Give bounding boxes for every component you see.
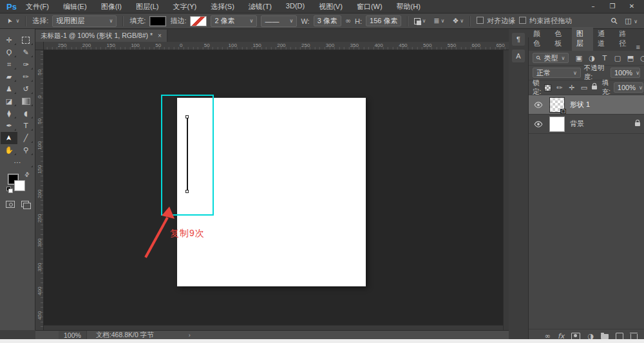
menu-item-4[interactable]: 文字(Y) [173, 2, 196, 12]
layer-thumbnail[interactable] [549, 116, 565, 132]
menu-item-10[interactable]: 帮助(H) [397, 2, 421, 12]
background-color-chip[interactable] [14, 180, 25, 191]
height-input[interactable]: 156 像素 [366, 15, 401, 26]
path-arrange-icon[interactable]: ❖∨ [452, 17, 464, 25]
marquee-tool[interactable] [17, 34, 34, 46]
horizontal-ruler[interactable]: 2502001501005005010015020025030035040045… [35, 42, 509, 50]
search-icon[interactable]: ⚲ [609, 15, 620, 26]
lock-transparency-icon[interactable] [544, 84, 551, 91]
anchor-point-bottom[interactable] [185, 190, 189, 193]
ruler-origin-corner[interactable] [35, 42, 44, 50]
menu-item-8[interactable]: 视图(V) [319, 2, 343, 12]
link-dimensions-icon[interactable]: ∞ [345, 17, 351, 25]
quick-selection-tool[interactable]: ✎ [17, 46, 34, 59]
lasso-tool[interactable]: Ϙ [1, 46, 17, 59]
brush-tool[interactable]: ✏ [17, 71, 34, 83]
menu-item-6[interactable]: 滤镜(T) [249, 2, 272, 12]
layer-thumbnail[interactable] [549, 97, 565, 113]
zoom-tool[interactable]: ⚲ [17, 144, 34, 156]
panel-menu-icon[interactable]: ≡ [636, 43, 640, 51]
constrain-path-checkbox[interactable]: 约束路径拖动 [519, 16, 572, 26]
line-tool[interactable]: ╱ [17, 132, 34, 144]
character-panel-button[interactable]: A [512, 50, 525, 62]
width-input[interactable]: 3 像素 [314, 15, 341, 26]
default-colors-icon[interactable] [6, 187, 12, 192]
dodge-tool[interactable]: ◖ [17, 107, 34, 120]
panel-tab-3[interactable]: 通道 [593, 27, 614, 51]
paragraph-panel-button[interactable]: ¶ [512, 33, 525, 46]
path-align-icon[interactable]: ≣∨ [433, 17, 444, 25]
panel-tab-0[interactable]: 颜色 [529, 27, 550, 51]
filter-toggle-icon[interactable]: ○ [639, 54, 644, 62]
zoom-level-field[interactable]: 100% [59, 331, 87, 339]
path-selection-tool[interactable]: ➤ [1, 132, 17, 144]
horizontal-scrollbar[interactable] [44, 325, 503, 330]
window-restore-button[interactable]: ❐ [604, 1, 621, 12]
vertical-line-shape[interactable] [187, 118, 188, 190]
hand-tool[interactable]: ✋ [1, 144, 17, 156]
pixel-layer-filter-icon[interactable]: ▣ [574, 54, 583, 62]
window-minimize-button[interactable]: – [585, 1, 601, 12]
panel-tab-4[interactable]: 路径 [614, 27, 636, 51]
panel-tab-1[interactable]: 色板 [550, 27, 571, 51]
close-tab-icon[interactable]: × [158, 32, 162, 39]
fill-swatch[interactable] [149, 16, 166, 26]
path-operations-icon[interactable]: ∨ [414, 17, 426, 25]
workspace-switcher-icon[interactable]: ◫ ∨ [625, 17, 638, 25]
opacity-dropdown[interactable]: 100%∨ [611, 68, 640, 78]
vertical-scrollbar[interactable] [503, 50, 509, 330]
menu-item-0[interactable]: 文件(F) [26, 2, 49, 12]
layer-visibility-icon[interactable] [533, 121, 544, 127]
swap-colors-icon[interactable]: ⇄ [23, 171, 31, 178]
lock-position-icon[interactable]: ✛ [567, 84, 576, 92]
stroke-swatch[interactable] [190, 16, 207, 26]
shape-layer-filter-icon[interactable]: ▢ [613, 54, 621, 62]
document-tab[interactable]: 未标题-1 @ 100% (形状 1, RGB/8#) * × [35, 30, 167, 42]
layer-filter-dropdown[interactable]: ⚲ 类型∨ [533, 53, 569, 63]
quick-mask-icon[interactable] [6, 201, 15, 208]
layer-visibility-icon[interactable] [533, 102, 544, 108]
history-brush-tool[interactable]: ↺ [17, 83, 34, 95]
menu-item-5[interactable]: 选择(S) [211, 2, 234, 12]
select-mode-dropdown[interactable]: 现用图层∨ [52, 15, 117, 27]
type-tool[interactable]: T [17, 120, 34, 132]
menu-item-1[interactable]: 编辑(E) [63, 2, 87, 12]
lock-all-icon[interactable] [592, 86, 597, 89]
menu-item-3[interactable]: 图层(L) [136, 2, 158, 12]
healing-brush-tool[interactable]: ▰ [1, 71, 17, 83]
clone-stamp-tool[interactable]: ♟ [1, 83, 17, 95]
anchor-point-top[interactable] [185, 115, 189, 118]
new-layer-icon[interactable] [616, 333, 623, 340]
pen-tool[interactable]: ✒ [1, 120, 17, 132]
eraser-tool[interactable]: ◪ [1, 95, 17, 107]
fill-opacity-dropdown[interactable]: 100%∨ [614, 82, 643, 93]
eyedropper-tool[interactable]: ✑ [17, 59, 34, 71]
layer-row-1[interactable]: 背景 [529, 115, 644, 134]
align-edges-checkbox[interactable]: 对齐边缘 [477, 16, 515, 26]
screen-mode-icon[interactable] [21, 201, 29, 207]
menu-item-7[interactable]: 3D(D) [286, 2, 305, 12]
panel-tab-2[interactable]: 图层 [572, 27, 593, 51]
blur-tool[interactable]: ⧫ [1, 107, 17, 120]
gradient-tool[interactable] [17, 95, 34, 107]
lock-artboard-icon[interactable]: ▭ [580, 84, 588, 92]
layer-mask-icon[interactable] [571, 333, 580, 340]
smart-object-filter-icon[interactable]: ⬒ [626, 54, 634, 62]
blend-mode-dropdown[interactable]: 正常∨ [533, 68, 581, 78]
type-layer-filter-icon[interactable]: T [600, 54, 609, 62]
stroke-width-dropdown[interactable]: 2 像素∨ [211, 15, 257, 27]
vertical-ruler[interactable]: 50050100150200250300350400450 [35, 50, 44, 330]
stroke-style-dropdown[interactable]: ——∨ [261, 15, 297, 27]
window-close-button[interactable]: ✕ [623, 1, 640, 12]
edit-toolbar-button[interactable]: ⋯ [1, 156, 34, 169]
lock-paint-icon[interactable]: ✏ [555, 84, 564, 92]
menu-item-9[interactable]: 窗口(W) [357, 2, 383, 12]
canvas-viewport[interactable]: 复制9次 [44, 50, 509, 330]
crop-tool[interactable]: ⌗ [1, 59, 17, 71]
tool-preset-caret-icon[interactable]: ∨ [15, 18, 19, 24]
move-tool[interactable]: ✛ [1, 34, 17, 46]
status-expander-icon[interactable]: › [189, 332, 191, 338]
menu-item-2[interactable]: 图像(I) [101, 2, 122, 12]
adjustment-layer-filter-icon[interactable]: ◑ [587, 54, 596, 62]
layer-group-icon[interactable] [601, 334, 609, 339]
